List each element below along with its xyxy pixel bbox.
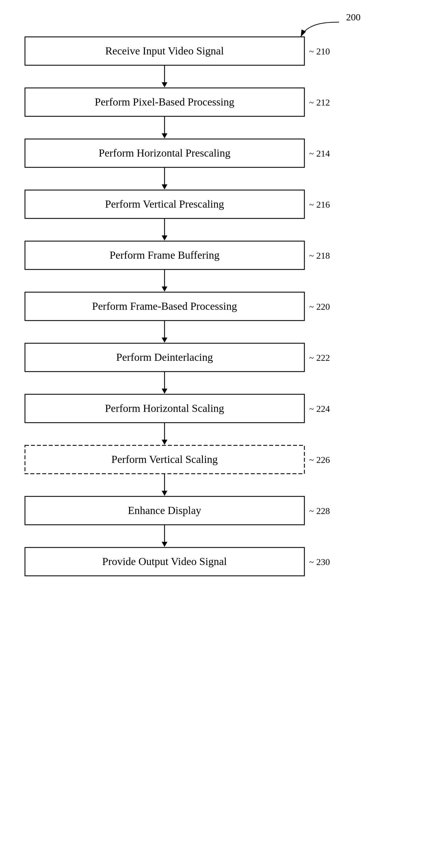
svg-marker-18 — [162, 491, 167, 496]
box-222-label: Perform Deinterlacing — [116, 351, 213, 363]
ref-218: 218 — [316, 250, 330, 261]
ref-214: 214 — [316, 148, 330, 159]
tilde-228: ~ — [309, 506, 314, 516]
box-226-label: Perform Vertical Scaling — [112, 453, 218, 465]
tilde-216: ~ — [309, 200, 314, 209]
tilde-218: ~ — [309, 251, 314, 260]
svg-marker-10 — [162, 286, 167, 291]
ref-230: 230 — [316, 557, 330, 567]
ref-224: 224 — [316, 404, 330, 414]
tilde-230: ~ — [309, 557, 314, 567]
box-230-label: Provide Output Video Signal — [102, 555, 227, 567]
ref-220: 220 — [316, 302, 330, 312]
tilde-220: ~ — [309, 302, 314, 311]
svg-marker-4 — [162, 133, 167, 138]
ref-226: 226 — [316, 455, 330, 465]
ref-210: 210 — [316, 46, 330, 57]
ref-212: 212 — [316, 97, 330, 107]
svg-marker-6 — [162, 184, 167, 189]
svg-marker-8 — [162, 236, 167, 241]
tilde-214: ~ — [309, 149, 314, 158]
box-214-label: Perform Horizontal Prescaling — [99, 147, 230, 159]
box-218-label: Perform Frame Buffering — [110, 249, 220, 261]
box-228-label: Enhance Display — [128, 504, 201, 516]
box-220-label: Perform Frame-Based Processing — [92, 300, 237, 312]
tilde-210: ~ — [309, 47, 314, 56]
diagram-container: 200 Receive Input Video Signal ~ 210 Per… — [0, 0, 438, 868]
box-216-label: Perform Vertical Prescaling — [105, 198, 224, 210]
tilde-212: ~ — [309, 98, 314, 107]
box-212-label: Perform Pixel-Based Processing — [95, 96, 234, 108]
tilde-222: ~ — [309, 353, 314, 363]
tilde-224: ~ — [309, 404, 314, 413]
tilde-226: ~ — [309, 455, 314, 465]
svg-marker-20 — [162, 542, 167, 547]
ref-222: 222 — [316, 352, 330, 363]
box-210-label: Receive Input Video Signal — [105, 45, 224, 57]
ref-228: 228 — [316, 506, 330, 516]
svg-marker-2 — [162, 82, 167, 87]
diagram-label-200: 200 — [346, 12, 361, 23]
ref-216: 216 — [316, 199, 330, 210]
svg-marker-12 — [162, 338, 167, 343]
svg-marker-14 — [162, 389, 167, 394]
svg-marker-16 — [162, 440, 167, 445]
box-224-label: Perform Horizontal Scaling — [105, 402, 224, 414]
